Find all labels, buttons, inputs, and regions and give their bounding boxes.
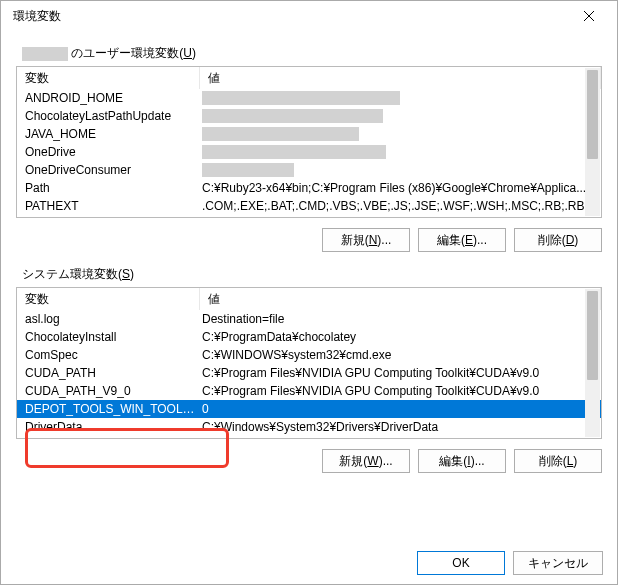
user-edit-button[interactable]: 編集(E)... [418, 228, 506, 252]
var-name: DriverData [17, 420, 200, 434]
user-vars-label: のユーザー環境変数(U) [22, 45, 602, 62]
table-row[interactable]: OneDriveConsumer [17, 161, 601, 179]
system-new-button[interactable]: 新規(W)... [322, 449, 410, 473]
user-new-button[interactable]: 新規(N)... [322, 228, 410, 252]
table-row[interactable]: asl.logDestination=file [17, 310, 601, 328]
table-row[interactable]: DEPOT_TOOLS_WIN_TOOLC...0 [17, 400, 601, 418]
close-button[interactable] [569, 1, 609, 31]
table-row[interactable]: ComSpecC:¥WINDOWS¥system32¥cmd.exe [17, 346, 601, 364]
system-vars-list[interactable]: 変数 値 asl.logDestination=fileChocolateyIn… [16, 287, 602, 439]
var-value [200, 109, 601, 124]
censored-value [202, 127, 359, 141]
var-name: ChocolateyLastPathUpdate [17, 109, 200, 123]
table-row[interactable]: DriverDataC:¥Windows¥System32¥Drivers¥Dr… [17, 418, 601, 436]
var-name: PATHEXT [17, 199, 200, 213]
table-row[interactable]: PATHEXT.COM;.EXE;.BAT;.CMD;.VBS;.VBE;.JS… [17, 197, 601, 215]
var-value: C:¥Program Files¥NVIDIA GPU Computing To… [200, 384, 601, 398]
system-edit-button[interactable]: 編集(I)... [418, 449, 506, 473]
var-name: OneDrive [17, 145, 200, 159]
header-variable[interactable]: 変数 [17, 67, 200, 89]
scrollbar-thumb[interactable] [587, 70, 598, 159]
var-name: DEPOT_TOOLS_WIN_TOOLC... [17, 402, 200, 416]
scrollbar[interactable] [585, 68, 600, 216]
ok-button[interactable]: OK [417, 551, 505, 575]
table-row[interactable]: ChocolateyInstallC:¥ProgramData¥chocolat… [17, 328, 601, 346]
var-value: C:¥Windows¥System32¥Drivers¥DriverData [200, 420, 601, 434]
user-buttons: 新規(N)... 編集(E)... 削除(D) [16, 228, 602, 252]
censored-username [22, 47, 68, 61]
var-value: Destination=file [200, 312, 601, 326]
table-row[interactable]: PathC:¥Ruby23-x64¥bin;C:¥Program Files (… [17, 179, 601, 197]
system-vars-label: システム環境変数(S) [22, 266, 602, 283]
table-row[interactable]: ChocolateyLastPathUpdate [17, 107, 601, 125]
var-value [200, 127, 601, 142]
system-delete-button[interactable]: 削除(L) [514, 449, 602, 473]
list-header: 変数 値 [17, 288, 601, 310]
var-name: OneDriveConsumer [17, 163, 200, 177]
var-value: C:¥Ruby23-x64¥bin;C:¥Program Files (x86)… [200, 181, 601, 195]
var-name: CUDA_PATH [17, 366, 200, 380]
scrollbar[interactable] [585, 289, 600, 437]
var-name: CUDA_PATH_V9_0 [17, 384, 200, 398]
var-value: C:¥Program Files¥NVIDIA GPU Computing To… [200, 366, 601, 380]
close-icon [583, 10, 595, 22]
cancel-button[interactable]: キャンセル [513, 551, 603, 575]
var-value [200, 91, 601, 106]
header-value[interactable]: 値 [200, 288, 601, 310]
var-name: asl.log [17, 312, 200, 326]
censored-value [202, 91, 400, 105]
header-variable[interactable]: 変数 [17, 288, 200, 310]
table-row[interactable]: ANDROID_HOME [17, 89, 601, 107]
var-value: C:¥WINDOWS¥system32¥cmd.exe [200, 348, 601, 362]
dialog-title: 環境変数 [9, 8, 569, 25]
environment-variables-dialog: 環境変数 のユーザー環境変数(U) 変数 値 ANDROID_HOMEChoco… [0, 0, 618, 585]
scrollbar-thumb[interactable] [587, 291, 598, 380]
user-delete-button[interactable]: 削除(D) [514, 228, 602, 252]
table-row[interactable]: CUDA_PATH_V9_0C:¥Program Files¥NVIDIA GP… [17, 382, 601, 400]
censored-value [202, 145, 386, 159]
titlebar: 環境変数 [1, 1, 617, 31]
var-name: Path [17, 181, 200, 195]
censored-value [202, 109, 383, 123]
var-value: C:¥ProgramData¥chocolatey [200, 330, 601, 344]
dialog-footer: OK キャンセル [417, 551, 603, 575]
var-name: ComSpec [17, 348, 200, 362]
table-row[interactable]: JAVA_HOME [17, 125, 601, 143]
table-row[interactable]: CUDA_PATHC:¥Program Files¥NVIDIA GPU Com… [17, 364, 601, 382]
system-buttons: 新規(W)... 編集(I)... 削除(L) [16, 449, 602, 473]
var-value: 0 [200, 402, 601, 416]
header-value[interactable]: 値 [200, 67, 601, 89]
var-value [200, 145, 601, 160]
list-header: 変数 値 [17, 67, 601, 89]
table-row[interactable]: OneDrive [17, 143, 601, 161]
var-name: ChocolateyInstall [17, 330, 200, 344]
var-value [200, 163, 601, 178]
var-name: ANDROID_HOME [17, 91, 200, 105]
user-vars-list[interactable]: 変数 値 ANDROID_HOMEChocolateyLastPathUpdat… [16, 66, 602, 218]
censored-value [202, 163, 294, 177]
var-name: JAVA_HOME [17, 127, 200, 141]
var-value: .COM;.EXE;.BAT;.CMD;.VBS;.VBE;.JS;.JSE;.… [200, 199, 601, 213]
